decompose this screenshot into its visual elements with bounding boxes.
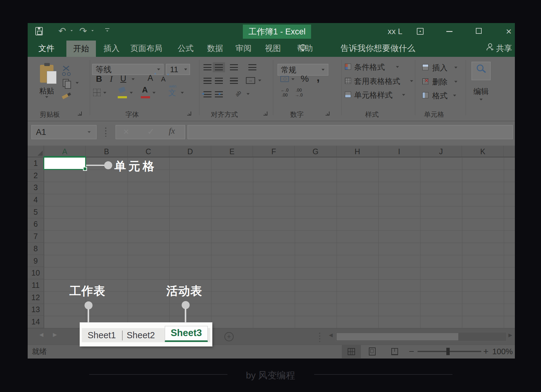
tab-review[interactable]: 审阅 bbox=[233, 40, 254, 57]
row-header[interactable]: 9 bbox=[28, 255, 44, 267]
column-header[interactable]: C bbox=[128, 146, 169, 157]
column-header[interactable]: H bbox=[337, 146, 378, 157]
editing-button[interactable] bbox=[472, 62, 491, 80]
row-header[interactable]: 7 bbox=[28, 230, 44, 243]
delete-cells-button[interactable]: × 删除 bbox=[422, 78, 459, 88]
wrap-text-button[interactable] bbox=[248, 64, 256, 70]
underline-button[interactable]: U bbox=[119, 74, 128, 84]
hscroll-track[interactable] bbox=[336, 332, 507, 341]
accounting-chevron-icon[interactable] bbox=[291, 78, 294, 80]
minimize-button[interactable] bbox=[446, 31, 452, 32]
cut-button[interactable] bbox=[61, 67, 71, 76]
insert-function-button[interactable]: fx bbox=[169, 126, 175, 136]
increase-decimal-button[interactable]: ←.0 .00 bbox=[278, 88, 291, 98]
tab-insert[interactable]: 插入 bbox=[101, 40, 122, 57]
tell-me-box[interactable]: 告诉我你想要做什么 bbox=[341, 40, 415, 57]
select-all-corner[interactable] bbox=[28, 146, 44, 157]
close-button[interactable]: × bbox=[503, 26, 514, 37]
fill-color-chevron-icon[interactable] bbox=[130, 92, 133, 94]
font-dialog-launcher-icon[interactable] bbox=[187, 112, 191, 116]
accounting-format-button[interactable] bbox=[280, 76, 289, 82]
orientation-chevron-icon[interactable] bbox=[247, 93, 250, 95]
decrease-decimal-button[interactable]: .00 →.0 bbox=[292, 88, 306, 98]
column-header[interactable]: J bbox=[420, 146, 462, 157]
new-sheet-button[interactable]: + bbox=[224, 332, 234, 341]
editing-chevron-icon[interactable] bbox=[480, 99, 483, 100]
column-header[interactable]: B bbox=[86, 146, 128, 157]
alignment-dialog-launcher-icon[interactable] bbox=[263, 112, 267, 116]
row-header[interactable]: 10 bbox=[28, 267, 44, 279]
redo-chevron-icon[interactable] bbox=[92, 30, 94, 31]
merge-chevron-icon[interactable] bbox=[258, 80, 261, 81]
decrease-indent-button[interactable] bbox=[203, 91, 211, 97]
phonetic-button[interactable]: wén 文 bbox=[167, 84, 179, 99]
format-cells-button[interactable]: 格式 bbox=[422, 92, 459, 102]
row-header[interactable]: 13 bbox=[28, 304, 44, 316]
selected-cell-a1[interactable] bbox=[43, 157, 86, 170]
hscroll-thumb[interactable] bbox=[337, 333, 458, 340]
merge-center-button[interactable]: ↔ bbox=[246, 77, 255, 84]
align-middle-button[interactable] bbox=[215, 64, 223, 70]
tab-page-layout[interactable]: 页面布局 bbox=[129, 40, 164, 57]
sheet-nav-right-icon[interactable]: ▶ bbox=[53, 331, 57, 338]
cancel-entry-button[interactable]: × bbox=[123, 126, 129, 137]
share-button[interactable]: 共享 bbox=[496, 40, 512, 57]
paste-button[interactable]: 粘贴 bbox=[37, 62, 58, 103]
underline-chevron-icon[interactable] bbox=[132, 78, 135, 80]
qat-chevron-icon[interactable] bbox=[106, 30, 109, 32]
name-box[interactable]: A1 bbox=[31, 125, 97, 139]
insert-cells-button[interactable]: 插入 bbox=[422, 64, 459, 74]
fill-color-button[interactable] bbox=[117, 86, 128, 99]
zoom-in-button[interactable]: + bbox=[483, 345, 489, 358]
column-header[interactable]: D bbox=[169, 146, 211, 157]
enter-entry-button[interactable]: ✓ bbox=[147, 127, 154, 137]
hscroll-left-icon[interactable]: ◀ bbox=[329, 332, 333, 338]
bold-button[interactable]: B bbox=[94, 74, 104, 84]
normal-view-button[interactable] bbox=[348, 348, 355, 355]
zoom-slider-thumb[interactable] bbox=[446, 348, 450, 355]
column-header[interactable]: I bbox=[378, 146, 420, 157]
tab-data[interactable]: 数据 bbox=[205, 40, 226, 57]
redo-icon[interactable]: ↷ bbox=[79, 25, 87, 36]
row-header[interactable]: 12 bbox=[28, 292, 44, 304]
sheet-nav-left-icon[interactable]: ◀ bbox=[39, 331, 43, 338]
format-painter-button[interactable] bbox=[61, 92, 74, 101]
ribbon-display-options-icon[interactable]: ▲ bbox=[417, 28, 424, 35]
page-layout-view-button[interactable] bbox=[369, 347, 376, 355]
column-header[interactable]: F bbox=[253, 146, 295, 157]
maximize-button[interactable] bbox=[476, 28, 482, 34]
shrink-font-button[interactable]: A bbox=[161, 75, 166, 83]
percent-button[interactable]: % bbox=[301, 73, 309, 84]
phonetic-chevron-icon[interactable] bbox=[181, 92, 184, 94]
clipboard-dialog-launcher-icon[interactable] bbox=[78, 112, 82, 116]
font-color-button[interactable]: A bbox=[140, 85, 151, 99]
align-left-button[interactable] bbox=[203, 78, 211, 84]
fill-handle[interactable] bbox=[83, 167, 87, 171]
align-bottom-button[interactable] bbox=[230, 64, 238, 70]
qat-customize-icon[interactable] bbox=[105, 28, 109, 29]
tab-home[interactable]: 开始 bbox=[66, 41, 96, 57]
formula-bar-splitter[interactable] bbox=[105, 127, 106, 137]
row-header[interactable]: 14 bbox=[28, 316, 44, 328]
tab-file[interactable]: 文件 bbox=[35, 40, 57, 57]
undo-chevron-icon[interactable] bbox=[71, 30, 73, 31]
row-header[interactable]: 4 bbox=[28, 194, 44, 206]
number-dialog-launcher-icon[interactable] bbox=[326, 112, 330, 116]
formula-input[interactable] bbox=[188, 125, 513, 139]
borders-button[interactable] bbox=[93, 89, 101, 96]
conditional-format-button[interactable]: 条件格式 bbox=[345, 63, 406, 73]
save-icon[interactable] bbox=[35, 27, 43, 35]
row-header[interactable]: 1 bbox=[28, 157, 44, 170]
tab-formulas[interactable]: 公式 bbox=[175, 40, 196, 57]
zoom-out-button[interactable]: − bbox=[409, 345, 414, 358]
column-header[interactable]: K bbox=[462, 146, 504, 157]
column-header[interactable]: E bbox=[211, 146, 253, 157]
copy-button[interactable] bbox=[62, 79, 81, 89]
hscroll-right-icon[interactable]: ▶ bbox=[508, 332, 512, 338]
align-right-button[interactable] bbox=[230, 78, 238, 84]
page-break-view-button[interactable] bbox=[391, 348, 398, 355]
comma-button[interactable]: , bbox=[317, 71, 320, 84]
zoom-level-label[interactable]: 100% bbox=[489, 345, 513, 358]
row-header[interactable]: 8 bbox=[28, 243, 44, 255]
cell-styles-button[interactable]: 单元格样式 bbox=[345, 91, 409, 101]
